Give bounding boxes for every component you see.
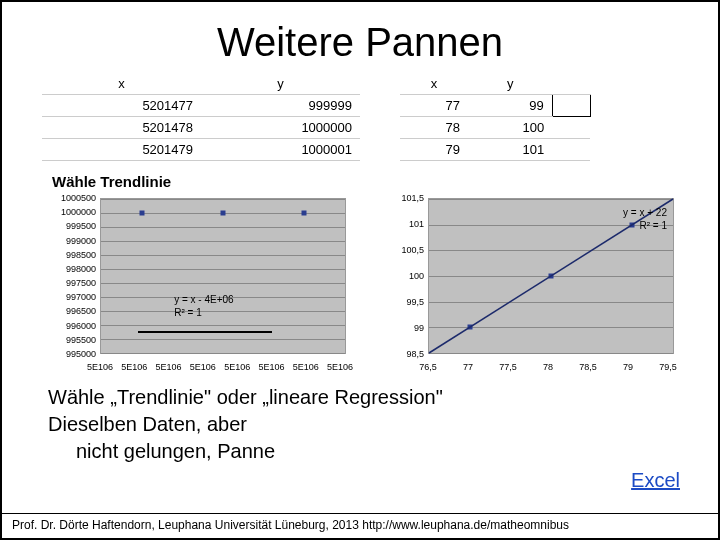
ytick-label: 101 bbox=[370, 219, 424, 229]
cell: 1000001 bbox=[201, 139, 360, 161]
ytick-label: 999500 bbox=[42, 221, 96, 231]
xtick-label: 5E106 bbox=[156, 362, 182, 372]
xtick-label: 78,5 bbox=[579, 362, 597, 372]
ytick-label: 998500 bbox=[42, 250, 96, 260]
col-header: y bbox=[468, 73, 552, 95]
chart-right: y = x + 22R² = 198,59999,5100100,5101101… bbox=[370, 194, 678, 374]
body-line: nicht gelungen, Panne bbox=[48, 438, 678, 465]
ytick-label: 999000 bbox=[42, 236, 96, 246]
body-line: Dieselben Daten, aber bbox=[48, 411, 678, 438]
xtick-label: 76,5 bbox=[419, 362, 437, 372]
data-point bbox=[139, 211, 144, 216]
cell: 99 bbox=[468, 95, 552, 117]
col-header: x bbox=[400, 73, 468, 95]
col-header bbox=[552, 73, 590, 95]
xtick-label: 5E106 bbox=[121, 362, 147, 372]
ytick-label: 98,5 bbox=[370, 349, 424, 359]
xtick-label: 5E106 bbox=[258, 362, 284, 372]
cell: 77 bbox=[400, 95, 468, 117]
cell: 79 bbox=[400, 139, 468, 161]
excel-link[interactable]: Excel bbox=[631, 469, 680, 492]
xtick-label: 5E106 bbox=[327, 362, 353, 372]
table-left: x y 5201477999999 52014781000000 5201479… bbox=[42, 73, 360, 161]
xtick-label: 5E106 bbox=[87, 362, 113, 372]
selected-cell bbox=[552, 95, 590, 117]
xtick-label: 5E106 bbox=[224, 362, 250, 372]
cell: 101 bbox=[468, 139, 552, 161]
cell: 5201479 bbox=[42, 139, 201, 161]
table-right: x y 7799 78100 79101 bbox=[360, 73, 678, 161]
ytick-label: 995500 bbox=[42, 335, 96, 345]
cell: 999999 bbox=[201, 95, 360, 117]
ytick-label: 996000 bbox=[42, 321, 96, 331]
xtick-label: 79,5 bbox=[659, 362, 677, 372]
ytick-label: 996500 bbox=[42, 306, 96, 316]
ytick-label: 1000500 bbox=[42, 193, 96, 203]
xtick-label: 77 bbox=[463, 362, 473, 372]
ytick-label: 995000 bbox=[42, 349, 96, 359]
cell: 78 bbox=[400, 117, 468, 139]
body-line: Wähle „Trendlinie" oder „lineare Regress… bbox=[48, 384, 678, 411]
cell: 100 bbox=[468, 117, 552, 139]
page-title: Weitere Pannen bbox=[2, 2, 718, 73]
tables-row: x y 5201477999999 52014781000000 5201479… bbox=[2, 73, 718, 167]
footer-credit: Prof. Dr. Dörte Haftendorn, Leuphana Uni… bbox=[2, 513, 718, 536]
xtick-label: 5E106 bbox=[190, 362, 216, 372]
data-point bbox=[302, 210, 307, 215]
trend-equation: y = x + 22R² = 1 bbox=[623, 207, 667, 232]
data-point bbox=[221, 211, 226, 216]
cell: 5201478 bbox=[42, 117, 201, 139]
subheading: Wähle Trendlinie bbox=[2, 167, 718, 194]
charts-row: y = x - 4E+06R² = 1995000995500996000996… bbox=[2, 194, 718, 374]
xtick-label: 5E106 bbox=[293, 362, 319, 372]
body-text: Wähle „Trendlinie" oder „lineare Regress… bbox=[2, 374, 718, 465]
ytick-label: 99 bbox=[370, 323, 424, 333]
cell: 5201477 bbox=[42, 95, 201, 117]
xtick-label: 77,5 bbox=[499, 362, 517, 372]
col-header: y bbox=[201, 73, 360, 95]
ytick-label: 998000 bbox=[42, 264, 96, 274]
ytick-label: 1000000 bbox=[42, 207, 96, 217]
trend-equation: y = x - 4E+06R² = 1 bbox=[174, 294, 233, 319]
ytick-label: 99,5 bbox=[370, 297, 424, 307]
ytick-label: 100,5 bbox=[370, 245, 424, 255]
xtick-label: 78 bbox=[543, 362, 553, 372]
ytick-label: 997500 bbox=[42, 278, 96, 288]
ytick-label: 997000 bbox=[42, 292, 96, 302]
ytick-label: 101,5 bbox=[370, 193, 424, 203]
chart-left: y = x - 4E+06R² = 1995000995500996000996… bbox=[42, 194, 350, 374]
col-header: x bbox=[42, 73, 201, 95]
ytick-label: 100 bbox=[370, 271, 424, 281]
xtick-label: 79 bbox=[623, 362, 633, 372]
cell: 1000000 bbox=[201, 117, 360, 139]
